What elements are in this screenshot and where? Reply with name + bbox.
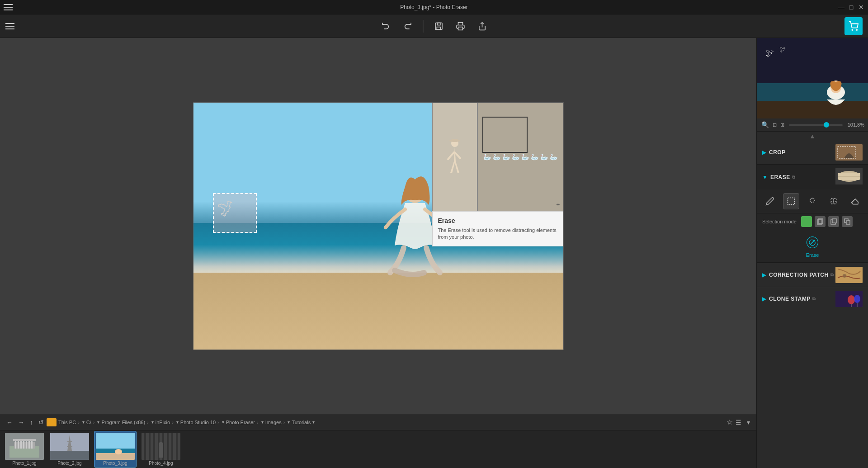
breadcrumb-sep-6[interactable]: ▾	[260, 420, 264, 425]
zoom-out-button[interactable]: 🔍	[760, 120, 770, 129]
erase-link-icon: ⧉	[792, 175, 795, 180]
erase-collapse-icon: ▼	[762, 174, 768, 180]
cart-button[interactable]	[844, 17, 863, 35]
breadcrumb-tutorials[interactable]: Tutorials	[292, 420, 311, 425]
panel-expand-button[interactable]: ▲	[809, 132, 816, 140]
breadcrumb-sep-4[interactable]: ▾	[175, 420, 179, 425]
crop-preview-image	[835, 144, 863, 161]
erase-pencil-tool[interactable]	[762, 193, 778, 209]
file-thumb-1-name: Photo_1.jpg	[12, 461, 36, 466]
breadcrumb-c[interactable]: C\	[86, 420, 91, 425]
nav-up-button[interactable]: ↑	[27, 417, 36, 428]
selection-box[interactable]: 🕊	[213, 193, 257, 233]
breadcrumb-sep-3[interactable]: ▾	[151, 420, 155, 425]
maximize-button[interactable]: □	[848, 4, 854, 10]
svg-rect-56	[788, 198, 795, 205]
window-title: Photo_3.jpg* - Photo Eraser	[400, 4, 467, 10]
file-thumb-2[interactable]: Photo_2.jpg	[49, 431, 90, 467]
svg-rect-2	[437, 27, 440, 29]
sel-mode-subtract-button[interactable]	[828, 216, 839, 227]
breadcrumb-sep-7[interactable]: ▾	[287, 420, 291, 425]
breadcrumb-inpixio[interactable]: inPixio	[156, 420, 170, 425]
breadcrumb-sep-8[interactable]: ▾	[311, 420, 316, 425]
toolbar-separator-1	[423, 20, 424, 33]
erase-action-row: Erase	[757, 230, 868, 263]
minimize-button[interactable]: —	[838, 4, 844, 10]
close-button[interactable]: ✕	[858, 4, 864, 10]
favorites-button[interactable]: ☆	[726, 418, 733, 426]
erase-preview-img	[835, 168, 863, 186]
canvas-container[interactable]: 🕊	[0, 38, 756, 414]
folder-icon	[47, 418, 57, 426]
erase-section-title: ERASE	[770, 174, 790, 180]
window-controls: — □ ✕	[838, 4, 864, 10]
breadcrumb-sep-5[interactable]: ▾	[221, 420, 225, 425]
thumb-person-area	[433, 103, 478, 211]
redo-button[interactable]	[400, 18, 416, 34]
file-thumb-3-image	[96, 433, 135, 460]
breadcrumb-photostudio[interactable]: Photo Studio 10	[180, 420, 216, 425]
erase-tools	[757, 189, 868, 213]
zoom-bar: 🔍 ⊡ ⊞ 101.8%	[757, 118, 868, 132]
breadcrumb-sep-1[interactable]: ▾	[81, 420, 85, 425]
file-thumb-4-name: Photo_4.jpg	[149, 461, 173, 466]
view-mode-button[interactable]: ☰	[733, 417, 744, 428]
sel-mode-intersect-button[interactable]	[842, 216, 853, 227]
nav-forward-button[interactable]: →	[15, 417, 27, 428]
file-thumb-3[interactable]: Photo_3.jpg	[94, 431, 137, 468]
svg-rect-3	[458, 27, 463, 30]
breadcrumb-thispc[interactable]: This PC	[58, 420, 76, 425]
correction-section-header[interactable]: ▶ CORRECTION PATCH ⧉	[757, 263, 868, 287]
correction-preview-image	[835, 267, 863, 283]
erase-smart-select-tool[interactable]	[826, 193, 842, 209]
erase-eraser-tool[interactable]	[847, 193, 863, 209]
breadcrumb-sep-2[interactable]: ▾	[96, 420, 100, 425]
zoom-selection-button[interactable]: ⊞	[779, 121, 785, 129]
undo-button[interactable]	[378, 18, 394, 34]
app-menu-button[interactable]	[5, 20, 18, 33]
breadcrumb-programfiles[interactable]: Program Files (x86)	[101, 420, 145, 425]
title-bar: Photo_3.jpg* - Photo Eraser — □ ✕	[0, 0, 868, 14]
erase-lasso-tool[interactable]	[804, 193, 821, 209]
erase-main-icon	[804, 234, 821, 251]
svg-line-59	[851, 199, 855, 203]
clone-link-icon: ⧉	[812, 296, 816, 302]
clone-section-header[interactable]: ▶ CLONE STAMP ⧉	[757, 287, 868, 311]
share-button[interactable]	[474, 18, 491, 34]
sel-mode-new-button[interactable]	[801, 216, 812, 227]
main-canvas-image[interactable]: 🕊	[193, 102, 564, 350]
svg-rect-66	[846, 221, 850, 224]
svg-rect-32	[142, 433, 144, 460]
hamburger-menu[interactable]	[4, 1, 16, 14]
nav-refresh-button[interactable]: ↺	[36, 417, 47, 428]
erase-section-header[interactable]: ▼ ERASE ⧉	[757, 165, 868, 189]
file-thumb-1-image	[5, 433, 44, 460]
svg-rect-1	[437, 23, 440, 25]
crop-section-header[interactable]: ▶ CROP	[757, 141, 868, 165]
zoom-fit-button[interactable]: ⊡	[772, 121, 778, 129]
file-thumb-4[interactable]: Photo_4.jpg	[140, 431, 182, 467]
breadcrumb-photoeraser[interactable]: Photo Eraser	[226, 420, 255, 425]
erase-rect-select-tool[interactable]	[783, 193, 799, 209]
svg-point-71	[848, 295, 855, 304]
file-thumb-1[interactable]: Photo_1.jpg	[4, 431, 45, 467]
view-grid-button[interactable]: ▾	[744, 417, 753, 428]
clone-collapse-icon: ▶	[762, 296, 766, 302]
main-toolbar	[0, 14, 868, 38]
zoom-value: 101.8%	[846, 122, 864, 128]
zoom-slider[interactable]	[789, 124, 843, 126]
print-button[interactable]	[453, 18, 469, 34]
sel-mode-add-button[interactable]	[815, 216, 826, 227]
svg-rect-39	[173, 433, 176, 460]
crop-collapse-icon: ▶	[762, 149, 766, 156]
save-button[interactable]	[431, 18, 447, 34]
zoom-slider-thumb	[824, 122, 829, 128]
crop-section-title: CROP	[769, 149, 786, 156]
erase-main-button[interactable]: Erase	[804, 234, 821, 258]
svg-rect-41	[159, 446, 163, 458]
svg-rect-34	[151, 433, 153, 460]
svg-rect-21	[13, 439, 36, 441]
nav-back-button[interactable]: ←	[4, 417, 15, 428]
chevron-row: ▲	[757, 132, 868, 141]
breadcrumb-images[interactable]: Images	[265, 420, 282, 425]
